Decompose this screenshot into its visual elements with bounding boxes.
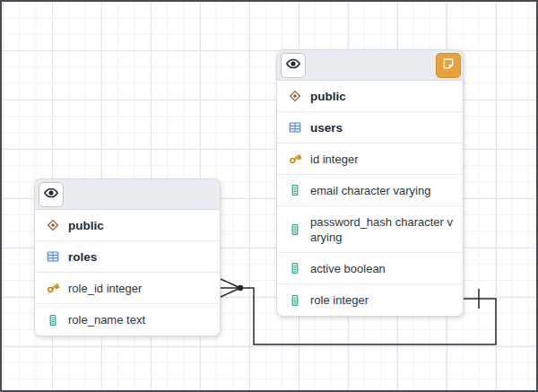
column-row: role_name text	[35, 304, 220, 335]
column-icon	[46, 313, 60, 327]
column-label: role integer	[310, 292, 369, 308]
schema-diamond-icon	[288, 89, 302, 103]
primary-key-icon	[288, 152, 302, 166]
table-grid-icon	[46, 249, 60, 264]
column-icon	[288, 183, 302, 197]
table-grid-icon	[288, 120, 302, 135]
table-name-row: users	[277, 112, 463, 144]
table-name: users	[310, 120, 343, 135]
column-label: id integer	[310, 152, 358, 167]
note-icon	[441, 57, 456, 74]
table-name: roles	[68, 249, 97, 265]
eye-icon	[43, 185, 59, 204]
table-node-roles[interactable]: public roles	[34, 179, 221, 336]
column-icon	[288, 222, 302, 237]
column-row: role_id integer	[35, 273, 220, 304]
column-row: role integer	[277, 284, 463, 316]
show-details-button[interactable]	[39, 182, 64, 207]
schema-row: public	[35, 210, 220, 241]
column-label: email character varying	[310, 183, 430, 198]
column-label: active boolean	[310, 261, 386, 276]
crow-foot-many-end	[221, 279, 240, 297]
edge-junction-dot	[238, 285, 243, 291]
column-label: password_hash character varying	[310, 214, 456, 245]
show-details-button[interactable]	[281, 53, 306, 78]
table-node-users[interactable]: public users	[276, 49, 464, 317]
column-icon	[288, 261, 302, 275]
users-node-header	[277, 50, 463, 81]
column-row: password_hash character varying	[277, 206, 463, 253]
schema-row: public	[277, 81, 463, 112]
schema-name: public	[68, 218, 104, 233]
schema-name: public	[310, 89, 346, 104]
schema-diamond-icon	[46, 218, 60, 232]
table-name-row: roles	[35, 241, 220, 273]
column-row: id integer	[277, 144, 463, 175]
column-row: email character varying	[277, 175, 463, 206]
erd-canvas[interactable]: public roles	[0, 0, 538, 392]
table-note-button[interactable]	[436, 53, 461, 78]
column-icon	[288, 293, 302, 308]
column-label: role_name text	[68, 312, 145, 327]
eye-icon	[285, 56, 301, 74]
roles-node-header	[35, 179, 220, 210]
column-label: role_id integer	[68, 281, 142, 296]
primary-key-icon	[46, 281, 60, 295]
column-row: active boolean	[277, 253, 463, 284]
